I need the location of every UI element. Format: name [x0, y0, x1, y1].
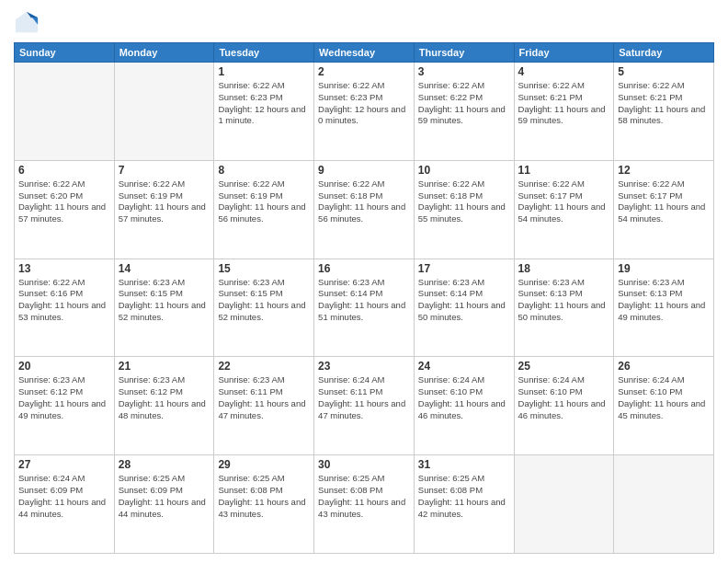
- calendar-cell: [514, 455, 614, 554]
- weekday-header: Saturday: [614, 43, 714, 63]
- calendar-cell: 15Sunrise: 6:23 AMSunset: 6:15 PMDayligh…: [214, 259, 314, 357]
- day-number: 30: [318, 458, 410, 471]
- day-info: Sunrise: 6:22 AMSunset: 6:19 PMDaylight:…: [119, 178, 210, 225]
- calendar: SundayMondayTuesdayWednesdayThursdayFrid…: [14, 42, 714, 554]
- calendar-cell: 21Sunrise: 6:23 AMSunset: 6:12 PMDayligh…: [114, 357, 214, 455]
- svg-marker-0: [16, 12, 38, 32]
- day-number: 17: [418, 262, 510, 275]
- day-number: 14: [119, 262, 210, 275]
- calendar-cell: 8Sunrise: 6:22 AMSunset: 6:19 PMDaylight…: [214, 160, 314, 259]
- calendar-cell: 19Sunrise: 6:23 AMSunset: 6:13 PMDayligh…: [614, 259, 714, 357]
- day-number: 6: [18, 164, 110, 177]
- day-info: Sunrise: 6:25 AMSunset: 6:08 PMDaylight:…: [218, 473, 310, 520]
- calendar-cell: 2Sunrise: 6:22 AMSunset: 6:23 PMDaylight…: [314, 63, 415, 161]
- day-number: 25: [518, 360, 610, 373]
- calendar-cell: 14Sunrise: 6:23 AMSunset: 6:15 PMDayligh…: [114, 259, 214, 357]
- day-info: Sunrise: 6:24 AMSunset: 6:09 PMDaylight:…: [18, 473, 110, 520]
- day-info: Sunrise: 6:22 AMSunset: 6:19 PMDaylight:…: [218, 178, 310, 225]
- header: [14, 9, 714, 35]
- day-number: 7: [119, 164, 210, 177]
- calendar-cell: 22Sunrise: 6:23 AMSunset: 6:11 PMDayligh…: [214, 357, 314, 455]
- weekday-header: Wednesday: [314, 43, 415, 63]
- day-number: 27: [18, 458, 110, 471]
- day-info: Sunrise: 6:24 AMSunset: 6:10 PMDaylight:…: [418, 374, 510, 421]
- calendar-week-row: 20Sunrise: 6:23 AMSunset: 6:12 PMDayligh…: [15, 357, 714, 455]
- day-number: 13: [18, 262, 110, 275]
- calendar-cell: [614, 455, 714, 554]
- calendar-cell: 29Sunrise: 6:25 AMSunset: 6:08 PMDayligh…: [214, 455, 314, 554]
- day-number: 12: [618, 164, 710, 177]
- day-number: 3: [418, 65, 510, 78]
- day-number: 20: [18, 360, 110, 373]
- day-info: Sunrise: 6:23 AMSunset: 6:13 PMDaylight:…: [618, 277, 710, 324]
- day-number: 18: [518, 262, 610, 275]
- calendar-cell: 5Sunrise: 6:22 AMSunset: 6:21 PMDaylight…: [614, 63, 714, 161]
- weekday-header: Monday: [114, 43, 214, 63]
- day-number: 29: [218, 458, 310, 471]
- calendar-cell: 12Sunrise: 6:22 AMSunset: 6:17 PMDayligh…: [614, 160, 714, 259]
- calendar-week-row: 27Sunrise: 6:24 AMSunset: 6:09 PMDayligh…: [15, 455, 714, 554]
- day-info: Sunrise: 6:22 AMSunset: 6:23 PMDaylight:…: [218, 80, 310, 127]
- day-info: Sunrise: 6:23 AMSunset: 6:12 PMDaylight:…: [18, 374, 110, 421]
- calendar-week-row: 13Sunrise: 6:22 AMSunset: 6:16 PMDayligh…: [15, 259, 714, 357]
- day-info: Sunrise: 6:24 AMSunset: 6:10 PMDaylight:…: [518, 374, 610, 421]
- day-number: 11: [518, 164, 610, 177]
- day-number: 19: [618, 262, 710, 275]
- calendar-cell: 7Sunrise: 6:22 AMSunset: 6:19 PMDaylight…: [114, 160, 214, 259]
- weekday-row: SundayMondayTuesdayWednesdayThursdayFrid…: [15, 43, 714, 63]
- day-info: Sunrise: 6:22 AMSunset: 6:17 PMDaylight:…: [518, 178, 610, 225]
- calendar-cell: 11Sunrise: 6:22 AMSunset: 6:17 PMDayligh…: [514, 160, 614, 259]
- day-info: Sunrise: 6:22 AMSunset: 6:17 PMDaylight:…: [618, 178, 710, 225]
- weekday-header: Sunday: [15, 43, 115, 63]
- day-number: 10: [418, 164, 510, 177]
- day-info: Sunrise: 6:22 AMSunset: 6:21 PMDaylight:…: [518, 80, 610, 127]
- day-number: 24: [418, 360, 510, 373]
- day-number: 9: [318, 164, 410, 177]
- weekday-header: Tuesday: [214, 43, 314, 63]
- calendar-cell: 3Sunrise: 6:22 AMSunset: 6:22 PMDaylight…: [414, 63, 514, 161]
- weekday-header: Friday: [514, 43, 614, 63]
- calendar-cell: 1Sunrise: 6:22 AMSunset: 6:23 PMDaylight…: [214, 63, 314, 161]
- day-info: Sunrise: 6:25 AMSunset: 6:08 PMDaylight:…: [418, 473, 510, 520]
- calendar-week-row: 6Sunrise: 6:22 AMSunset: 6:20 PMDaylight…: [15, 160, 714, 259]
- day-number: 21: [119, 360, 210, 373]
- calendar-week-row: 1Sunrise: 6:22 AMSunset: 6:23 PMDaylight…: [15, 63, 714, 161]
- logo-icon: [14, 9, 40, 35]
- day-number: 4: [518, 65, 610, 78]
- day-info: Sunrise: 6:22 AMSunset: 6:18 PMDaylight:…: [418, 178, 510, 225]
- day-info: Sunrise: 6:25 AMSunset: 6:09 PMDaylight:…: [119, 473, 210, 520]
- calendar-cell: 31Sunrise: 6:25 AMSunset: 6:08 PMDayligh…: [414, 455, 514, 554]
- day-info: Sunrise: 6:23 AMSunset: 6:13 PMDaylight:…: [518, 277, 610, 324]
- calendar-cell: [114, 63, 214, 161]
- day-number: 1: [218, 65, 310, 78]
- day-number: 22: [218, 360, 310, 373]
- calendar-cell: 13Sunrise: 6:22 AMSunset: 6:16 PMDayligh…: [15, 259, 115, 357]
- day-info: Sunrise: 6:23 AMSunset: 6:11 PMDaylight:…: [218, 374, 310, 421]
- calendar-cell: 17Sunrise: 6:23 AMSunset: 6:14 PMDayligh…: [414, 259, 514, 357]
- day-number: 31: [418, 458, 510, 471]
- day-number: 23: [318, 360, 410, 373]
- calendar-cell: 10Sunrise: 6:22 AMSunset: 6:18 PMDayligh…: [414, 160, 514, 259]
- day-info: Sunrise: 6:22 AMSunset: 6:16 PMDaylight:…: [18, 277, 110, 324]
- day-number: 5: [618, 65, 710, 78]
- calendar-cell: 26Sunrise: 6:24 AMSunset: 6:10 PMDayligh…: [614, 357, 714, 455]
- day-info: Sunrise: 6:24 AMSunset: 6:11 PMDaylight:…: [318, 374, 410, 421]
- page: SundayMondayTuesdayWednesdayThursdayFrid…: [0, 0, 728, 563]
- day-number: 26: [618, 360, 710, 373]
- day-number: 2: [318, 65, 410, 78]
- day-info: Sunrise: 6:23 AMSunset: 6:14 PMDaylight:…: [418, 277, 510, 324]
- calendar-cell: 28Sunrise: 6:25 AMSunset: 6:09 PMDayligh…: [114, 455, 214, 554]
- day-info: Sunrise: 6:23 AMSunset: 6:15 PMDaylight:…: [119, 277, 210, 324]
- calendar-header: SundayMondayTuesdayWednesdayThursdayFrid…: [15, 43, 714, 63]
- day-info: Sunrise: 6:25 AMSunset: 6:08 PMDaylight:…: [318, 473, 410, 520]
- calendar-cell: 4Sunrise: 6:22 AMSunset: 6:21 PMDaylight…: [514, 63, 614, 161]
- day-info: Sunrise: 6:22 AMSunset: 6:23 PMDaylight:…: [318, 80, 410, 127]
- day-info: Sunrise: 6:22 AMSunset: 6:21 PMDaylight:…: [618, 80, 710, 127]
- calendar-cell: 6Sunrise: 6:22 AMSunset: 6:20 PMDaylight…: [15, 160, 115, 259]
- calendar-cell: 18Sunrise: 6:23 AMSunset: 6:13 PMDayligh…: [514, 259, 614, 357]
- day-info: Sunrise: 6:22 AMSunset: 6:18 PMDaylight:…: [318, 178, 410, 225]
- day-info: Sunrise: 6:23 AMSunset: 6:12 PMDaylight:…: [119, 374, 210, 421]
- calendar-cell: 23Sunrise: 6:24 AMSunset: 6:11 PMDayligh…: [314, 357, 415, 455]
- calendar-cell: 16Sunrise: 6:23 AMSunset: 6:14 PMDayligh…: [314, 259, 415, 357]
- weekday-header: Thursday: [414, 43, 514, 63]
